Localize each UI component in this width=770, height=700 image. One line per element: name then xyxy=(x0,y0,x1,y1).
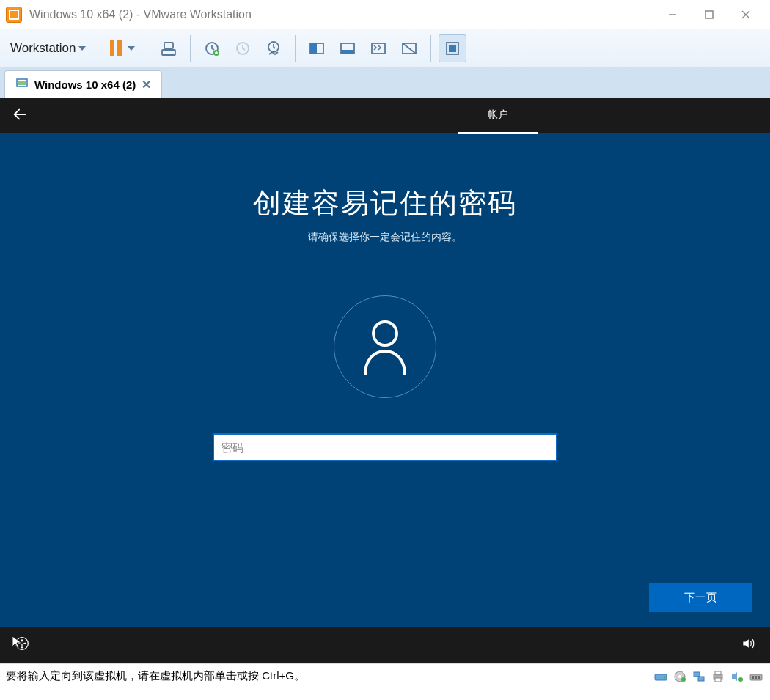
svg-point-27 xyxy=(678,675,681,678)
sound-icon[interactable] xyxy=(729,669,745,684)
oobe-body: 创建容易记住的密码 请确保选择你一定会记住的内容。 xyxy=(0,133,770,625)
oobe-title: 创建容易记住的密码 xyxy=(253,185,517,222)
svg-rect-18 xyxy=(449,45,456,52)
volume-button[interactable] xyxy=(741,636,755,654)
vm-tab[interactable]: Windows 10 x64 (2) ✕ xyxy=(4,70,162,98)
pause-icon xyxy=(110,40,122,56)
workstation-menu[interactable]: Workstation xyxy=(6,38,90,59)
svg-rect-30 xyxy=(698,677,704,681)
maximize-button[interactable] xyxy=(691,1,727,29)
account-tab[interactable]: 帐户 xyxy=(458,98,538,134)
separator xyxy=(147,35,147,62)
snapshot-revert-button[interactable] xyxy=(229,34,257,62)
separator xyxy=(190,35,191,62)
svg-rect-37 xyxy=(755,676,757,679)
svg-rect-4 xyxy=(162,50,175,55)
vm-display[interactable]: 帐户 创建容易记住的密码 请确保选择你一定会记住的内容。 下一页 xyxy=(0,98,770,663)
view-library-button[interactable] xyxy=(439,34,466,62)
disk-icon[interactable] xyxy=(653,669,669,684)
printer-icon[interactable] xyxy=(710,669,726,684)
toolbar: Workstation xyxy=(0,29,770,67)
oobe-header: 帐户 xyxy=(0,98,770,133)
status-bar: 要将输入定向到该虚拟机，请在虚拟机内部单击或按 Ctrl+G。 xyxy=(0,663,770,688)
close-button[interactable] xyxy=(727,1,764,29)
svg-rect-36 xyxy=(752,676,754,679)
user-avatar-icon xyxy=(334,295,436,398)
svg-point-28 xyxy=(681,677,686,682)
svg-rect-32 xyxy=(715,671,721,674)
vm-tab-icon xyxy=(15,77,29,92)
window-title: Windows 10 x64 (2) - VMware Workstation xyxy=(29,8,654,21)
separator xyxy=(98,35,98,62)
oobe-footer xyxy=(0,627,770,663)
svg-rect-1 xyxy=(705,11,713,18)
app-icon xyxy=(6,7,22,23)
svg-line-16 xyxy=(403,43,416,54)
svg-rect-14 xyxy=(372,43,385,54)
view-unity-button[interactable] xyxy=(364,34,392,62)
chevron-down-icon xyxy=(128,46,135,51)
cd-icon[interactable] xyxy=(672,669,688,684)
view-stretch-button[interactable] xyxy=(395,34,423,62)
window-titlebar: Windows 10 x64 (2) - VMware Workstation xyxy=(0,0,770,29)
view-fullscreen-button[interactable] xyxy=(334,34,362,62)
window-controls xyxy=(654,1,764,29)
next-button[interactable]: 下一页 xyxy=(649,583,752,612)
pause-button[interactable] xyxy=(106,40,139,56)
password-input[interactable] xyxy=(213,433,557,461)
mouse-cursor-icon xyxy=(12,635,22,650)
chevron-down-icon xyxy=(78,46,86,51)
separator xyxy=(430,35,431,62)
svg-rect-38 xyxy=(758,676,760,679)
view-console-button[interactable] xyxy=(303,34,331,62)
svg-point-25 xyxy=(664,676,666,678)
snapshot-take-button[interactable] xyxy=(198,34,226,62)
minimize-button[interactable] xyxy=(654,1,691,29)
svg-rect-29 xyxy=(694,672,700,677)
status-icons xyxy=(653,669,764,684)
tab-close-icon[interactable]: ✕ xyxy=(142,78,151,92)
workstation-menu-label: Workstation xyxy=(10,41,76,56)
tab-strip: Windows 10 x64 (2) ✕ xyxy=(0,67,770,98)
vm-tab-label: Windows 10 x64 (2) xyxy=(34,78,136,91)
svg-rect-20 xyxy=(18,81,26,85)
back-button[interactable] xyxy=(12,106,28,125)
snapshot-manager-button[interactable] xyxy=(260,34,287,62)
send-ctrl-alt-del-button[interactable] xyxy=(155,34,183,62)
svg-point-21 xyxy=(373,322,397,345)
oobe-subtitle: 请确保选择你一定会记住的内容。 xyxy=(308,231,462,244)
svg-rect-11 xyxy=(310,43,317,54)
svg-point-34 xyxy=(738,677,743,682)
network-icon[interactable] xyxy=(691,669,707,684)
svg-rect-5 xyxy=(164,43,173,48)
svg-rect-13 xyxy=(341,50,354,54)
svg-rect-33 xyxy=(715,678,721,682)
status-message: 要将输入定向到该虚拟机，请在虚拟机内部单击或按 Ctrl+G。 xyxy=(6,669,653,683)
usb-icon[interactable] xyxy=(748,669,764,684)
separator xyxy=(295,35,296,62)
